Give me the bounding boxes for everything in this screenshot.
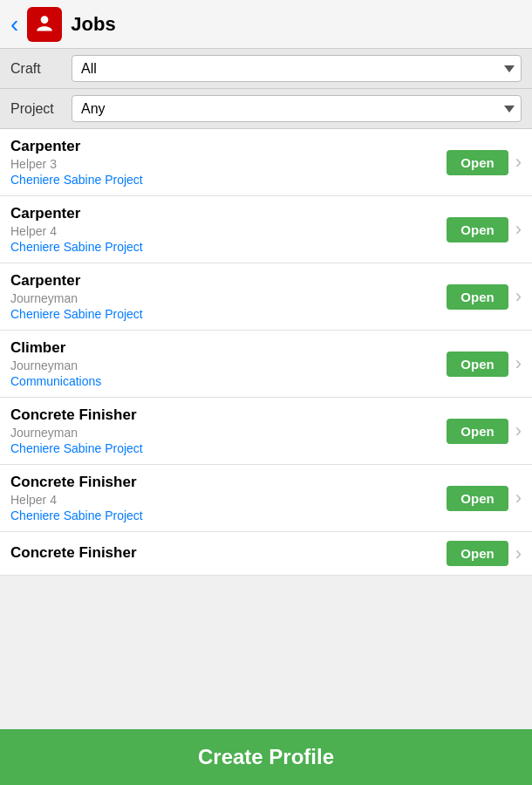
open-status-badge: Open <box>447 217 508 242</box>
open-status-badge: Open <box>447 284 508 310</box>
svg-point-0 <box>41 16 49 24</box>
job-subtitle: Helper 3 <box>10 157 447 171</box>
open-status-badge: Open <box>447 150 508 175</box>
job-subtitle: Helper 4 <box>10 224 447 238</box>
open-status-badge: Open <box>447 486 508 511</box>
chevron-right-icon: › <box>515 354 522 373</box>
job-list-item[interactable]: ClimberJourneymanCommunicationsOpen› <box>0 331 532 398</box>
chevron-right-icon: › <box>515 220 522 239</box>
open-status-badge: Open <box>447 352 508 377</box>
job-subtitle: Helper 4 <box>10 493 447 507</box>
job-content: CarpenterHelper 3Cheniere Sabine Project <box>10 138 447 187</box>
project-filter-row: Project Any Cheniere Sabine Project Comm… <box>0 89 532 129</box>
job-project: Cheniere Sabine Project <box>10 307 447 321</box>
job-content: CarpenterHelper 4Cheniere Sabine Project <box>10 205 447 254</box>
job-subtitle: Journeyman <box>10 291 447 305</box>
job-title: Climber <box>10 339 447 357</box>
job-subtitle: Journeyman <box>10 426 447 440</box>
job-project: Cheniere Sabine Project <box>10 509 447 522</box>
job-right: Open› <box>447 150 522 175</box>
chevron-right-icon: › <box>515 153 522 172</box>
project-label: Project <box>10 101 72 117</box>
chevron-right-icon: › <box>515 544 522 563</box>
craft-select[interactable]: All Carpenter Climber Concrete Finisher <box>72 55 522 82</box>
craft-select-wrap: All Carpenter Climber Concrete Finisher <box>72 55 522 82</box>
job-content: Concrete FinisherHelper 4Cheniere Sabine… <box>10 474 447 522</box>
job-list-item[interactable]: Concrete FinisherJourneymanCheniere Sabi… <box>0 398 532 465</box>
job-title: Carpenter <box>10 272 447 290</box>
job-content: CarpenterJourneymanCheniere Sabine Proje… <box>10 272 447 321</box>
job-title: Concrete Finisher <box>10 474 447 491</box>
project-select-wrap: Any Cheniere Sabine Project Communicatio… <box>72 95 522 122</box>
job-list-item[interactable]: Concrete FinisherOpen› <box>0 532 532 576</box>
job-right: Open› <box>447 486 522 511</box>
job-right: Open› <box>447 217 522 242</box>
page-title: Jobs <box>71 13 115 36</box>
job-title: Concrete Finisher <box>10 544 447 562</box>
job-title: Carpenter <box>10 205 447 222</box>
job-title: Carpenter <box>10 138 447 155</box>
chevron-right-icon: › <box>515 488 522 508</box>
app-header: ‹ Jobs <box>0 0 532 49</box>
job-list-item[interactable]: Concrete FinisherHelper 4Cheniere Sabine… <box>0 465 532 532</box>
job-list-item[interactable]: CarpenterHelper 4Cheniere Sabine Project… <box>0 196 532 263</box>
job-content: ClimberJourneymanCommunications <box>10 339 447 388</box>
job-project: Cheniere Sabine Project <box>10 441 447 455</box>
chevron-right-icon: › <box>515 421 522 440</box>
open-status-badge: Open <box>447 541 508 566</box>
job-title: Concrete Finisher <box>10 406 447 424</box>
job-project: Cheniere Sabine Project <box>10 173 447 187</box>
job-right: Open› <box>447 352 522 377</box>
job-list-item[interactable]: CarpenterHelper 3Cheniere Sabine Project… <box>0 129 532 196</box>
chevron-right-icon: › <box>515 287 522 306</box>
job-content: Concrete Finisher <box>10 544 447 563</box>
job-project: Cheniere Sabine Project <box>10 240 447 254</box>
job-content: Concrete FinisherJourneymanCheniere Sabi… <box>10 406 447 455</box>
job-right: Open› <box>447 419 522 444</box>
app-icon <box>27 7 62 42</box>
job-list-item[interactable]: CarpenterJourneymanCheniere Sabine Proje… <box>0 263 532 331</box>
project-select[interactable]: Any Cheniere Sabine Project Communicatio… <box>72 95 522 122</box>
job-project: Communications <box>10 374 447 388</box>
job-list: CarpenterHelper 3Cheniere Sabine Project… <box>0 129 532 576</box>
person-icon <box>33 13 56 36</box>
job-subtitle: Journeyman <box>10 358 447 372</box>
craft-label: Craft <box>10 61 72 77</box>
open-status-badge: Open <box>447 419 508 444</box>
create-profile-button[interactable]: Create Profile <box>0 729 532 785</box>
job-right: Open› <box>447 284 522 310</box>
craft-filter-row: Craft All Carpenter Climber Concrete Fin… <box>0 49 532 89</box>
back-button[interactable]: ‹ <box>10 12 18 37</box>
job-right: Open› <box>447 541 522 566</box>
